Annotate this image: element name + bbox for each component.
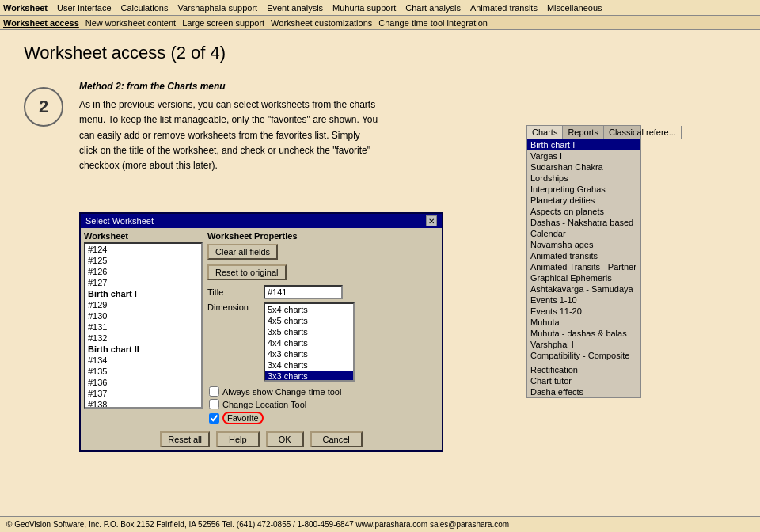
dialog-body: Worksheet #124#125#126#127Birth chart I#… <box>81 228 442 428</box>
checkbox-label-1: Change Location Tool <box>222 400 306 409</box>
dimension-list-item[interactable]: 3x5 charts <box>265 326 353 337</box>
menu-user-interface[interactable]: User interface <box>57 3 111 13</box>
breadcrumb-bar: Worksheet access New worksheet content L… <box>0 16 760 30</box>
worksheet-list[interactable]: #124#125#126#127Birth chart I#129#130#13… <box>84 242 203 408</box>
chart-row[interactable]: Events 1-10 <box>527 294 640 306</box>
worksheet-list-item[interactable]: #124 <box>86 244 201 255</box>
checkbox-2[interactable] <box>209 413 219 424</box>
dimension-list-item[interactable]: 4x5 charts <box>265 315 353 326</box>
chart-row[interactable]: Animated transits <box>527 250 640 261</box>
worksheet-properties-panel: Worksheet Properties Clear all fields Re… <box>207 231 439 424</box>
menu-varshaphala[interactable]: Varshaphala support <box>177 3 257 13</box>
help-button[interactable]: Help <box>216 431 260 447</box>
dialog-footer: Reset all Help OK Cancel <box>81 428 442 450</box>
chart-row[interactable]: Navamsha ages <box>527 239 640 250</box>
chart-row[interactable]: Aspects on planets <box>527 206 640 217</box>
chart-row[interactable]: Chart tutor <box>527 375 640 386</box>
menu-miscellaneous[interactable]: Miscellaneous <box>547 3 602 13</box>
step-number: 2 <box>24 87 63 127</box>
dialog-close-button[interactable]: ✕ <box>426 215 437 226</box>
chart-row[interactable]: Calendar <box>527 228 640 239</box>
breadcrumb-customizations[interactable]: Worksheet customizations <box>271 18 372 28</box>
dimension-list-item[interactable]: 4x4 charts <box>265 337 353 348</box>
menu-muhurta[interactable]: Muhurta support <box>332 3 396 13</box>
worksheet-list-item[interactable]: #130 <box>86 310 201 321</box>
charts-panel-header: Charts Reports Classical refere... <box>527 126 640 139</box>
chart-row[interactable]: Planetary deities <box>527 195 640 206</box>
chart-row[interactable]: Compatibility - Composite <box>527 350 640 361</box>
dialog-title: Select Worksheet <box>86 216 154 226</box>
reports-tab[interactable]: Reports <box>563 126 604 139</box>
checkbox-row: Favorite <box>209 412 439 424</box>
worksheet-list-item[interactable]: #134 <box>86 355 201 366</box>
worksheet-list-item[interactable]: #137 <box>86 388 201 399</box>
cancel-button[interactable]: Cancel <box>310 431 363 447</box>
classical-tab[interactable]: Classical refere... <box>604 126 682 139</box>
step-text: Method 2: from the Charts menu As in the… <box>79 79 380 173</box>
checkboxes-area: Always show Change-time toolChange Locat… <box>209 386 439 424</box>
reset-all-button[interactable]: Reset all <box>160 431 210 447</box>
worksheet-list-item[interactable]: #138 <box>86 399 201 408</box>
chart-row[interactable]: Sudarshan Chakra <box>527 162 640 173</box>
breadcrumb-time-tool[interactable]: Change time tool integration <box>378 18 488 28</box>
page-title: Worksheet access (2 of 4) <box>24 43 736 63</box>
worksheet-list-item[interactable]: Birth chart II <box>86 344 201 355</box>
method-body: As in the previous versions, you can sel… <box>79 97 380 173</box>
chart-row[interactable]: Lordships <box>527 173 640 184</box>
top-menubar: Worksheet User interface Calculations Va… <box>0 0 760 16</box>
dimension-list-item[interactable]: 3x3 charts <box>265 370 353 382</box>
worksheet-list-item[interactable]: #129 <box>86 299 201 310</box>
select-worksheet-dialog: Select Worksheet ✕ Worksheet #124#125#12… <box>79 212 443 452</box>
worksheet-list-item[interactable]: #125 <box>86 255 201 266</box>
chart-row[interactable]: Varshphal I <box>527 339 640 350</box>
chart-row[interactable]: Animated Transits - Partner <box>527 261 640 272</box>
ok-button[interactable]: OK <box>266 431 304 447</box>
worksheet-list-item[interactable]: #126 <box>86 266 201 277</box>
reset-to-original-button[interactable]: Reset to original <box>207 264 287 280</box>
chart-row[interactable]: Vargas I <box>527 150 640 162</box>
menu-chart-analysis[interactable]: Chart analysis <box>405 3 461 13</box>
chart-row[interactable]: Dasha effects <box>527 386 640 397</box>
title-field: Title <box>207 285 439 299</box>
charts-tab[interactable]: Charts <box>527 126 563 139</box>
menu-worksheet[interactable]: Worksheet <box>3 3 48 13</box>
chart-row[interactable]: Dashas - Nakshatra based <box>527 217 640 228</box>
dimension-label: Dimension <box>207 302 259 312</box>
menu-event-analysis[interactable]: Event analysis <box>267 3 323 13</box>
dimension-list-item[interactable]: 5x4 charts <box>265 304 353 315</box>
chart-row[interactable]: Events 11-20 <box>527 306 640 317</box>
chart-row[interactable]: Birth chart I <box>527 139 640 150</box>
menu-animated-transits[interactable]: Animated transits <box>470 3 538 13</box>
reset-buttons: Reset to original <box>207 264 439 280</box>
breadcrumb-large-screen[interactable]: Large screen support <box>182 18 264 28</box>
chart-row[interactable]: Ashtakavarga - Samudaya <box>527 283 640 294</box>
breadcrumb-worksheet-access[interactable]: Worksheet access <box>3 18 79 28</box>
worksheet-list-item[interactable]: #131 <box>86 321 201 332</box>
worksheet-list-item[interactable]: #136 <box>86 377 201 388</box>
worksheet-list-item[interactable]: #135 <box>86 366 201 377</box>
chart-row[interactable]: Graphical Ephemeris <box>527 272 640 283</box>
chart-row[interactable]: Muhuta - dashas & balas <box>527 328 640 339</box>
dimension-list[interactable]: 5x4 charts4x5 charts3x5 charts4x4 charts… <box>264 302 355 382</box>
dimension-list-item[interactable]: 4x3 charts <box>265 348 353 359</box>
dimension-list-item[interactable]: 3x4 charts <box>265 359 353 370</box>
charts-rows: Birth chart IVargas ISudarshan ChakraLor… <box>527 139 640 397</box>
worksheet-list-item[interactable]: Birth chart I <box>86 288 201 299</box>
checkbox-row: Always show Change-time tool <box>209 386 439 397</box>
chart-row[interactable]: Rectification <box>527 363 640 375</box>
chart-row[interactable]: Muhuta <box>527 317 640 328</box>
menu-calculations[interactable]: Calculations <box>121 3 169 13</box>
chart-row[interactable]: Interpreting Grahas <box>527 184 640 195</box>
dialog-titlebar: Select Worksheet ✕ <box>81 214 442 228</box>
checkbox-1[interactable] <box>209 399 219 409</box>
main-content: Worksheet access (2 of 4) 2 Method 2: fr… <box>0 30 760 202</box>
worksheet-list-item[interactable]: #127 <box>86 277 201 288</box>
title-input[interactable] <box>264 285 343 299</box>
worksheet-list-item[interactable]: #132 <box>86 332 201 344</box>
checkbox-0[interactable] <box>209 386 219 397</box>
dimension-field: Dimension 5x4 charts4x5 charts3x5 charts… <box>207 302 439 382</box>
clear-all-fields-button[interactable]: Clear all fields <box>207 244 278 260</box>
breadcrumb-new-content[interactable]: New worksheet content <box>86 18 176 28</box>
checkbox-row: Change Location Tool <box>209 399 439 409</box>
favorite-label: Favorite <box>222 412 264 424</box>
